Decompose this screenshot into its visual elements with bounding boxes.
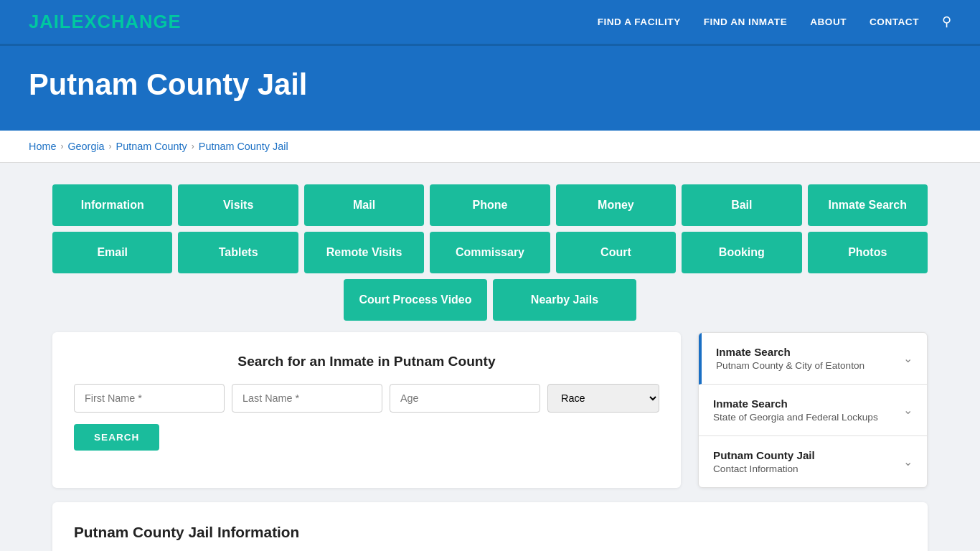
page-title: Putnam County Jail — [29, 67, 951, 102]
breadcrumb-sep-2: › — [109, 141, 112, 151]
logo-jail: JAIL — [29, 11, 71, 32]
nav-links: FIND A FACILITY FIND AN INMATE ABOUT CON… — [598, 14, 951, 29]
btn-inmate-search[interactable]: Inmate Search — [808, 184, 928, 226]
breadcrumb-current: Putnam County Jail — [199, 141, 288, 152]
btn-photos[interactable]: Photos — [808, 232, 928, 273]
hero-section: Putnam County Jail — [0, 46, 980, 131]
btn-visits[interactable]: Visits — [178, 184, 298, 226]
grid-row-1: Information Visits Mail Phone Money Bail… — [52, 184, 928, 226]
sidebar-item-content-2: Putnam County Jail Contact Information — [713, 449, 815, 474]
breadcrumb-sep-3: › — [192, 141, 194, 151]
search-icon[interactable]: ⚲ — [942, 14, 951, 29]
btn-court-process-video[interactable]: Court Process Video — [344, 279, 487, 321]
btn-booking[interactable]: Booking — [682, 232, 801, 273]
btn-phone[interactable]: Phone — [430, 184, 550, 226]
btn-court[interactable]: Court — [556, 232, 676, 273]
sidebar-item-inmate-search-putnam[interactable]: Inmate Search Putnam County & City of Ea… — [699, 333, 927, 385]
sidebar-item-contact-info[interactable]: Putnam County Jail Contact Information ⌄ — [699, 436, 927, 487]
sidebar-item-title-0: Inmate Search — [716, 346, 864, 358]
sidebar-item-content-1: Inmate Search State of Georgia and Feder… — [713, 397, 878, 423]
grid-row-3: Court Process Video Nearby Jails — [52, 279, 928, 321]
btn-email[interactable]: Email — [52, 232, 172, 273]
sidebar-item-inmate-search-georgia[interactable]: Inmate Search State of Georgia and Feder… — [699, 385, 927, 436]
btn-money[interactable]: Money — [556, 184, 676, 226]
breadcrumb-home[interactable]: Home — [29, 141, 56, 152]
search-title: Search for an Inmate in Putnam County — [74, 354, 659, 369]
btn-mail[interactable]: Mail — [304, 184, 424, 226]
chevron-down-icon-1: ⌄ — [903, 403, 913, 417]
race-select[interactable]: Race White Black Hispanic Asian Other — [547, 384, 659, 413]
search-fields: Race White Black Hispanic Asian Other — [74, 384, 659, 413]
lower-section: Search for an Inmate in Putnam County Ra… — [52, 332, 928, 488]
nav-find-facility[interactable]: FIND A FACILITY — [598, 17, 681, 27]
first-name-input[interactable] — [74, 384, 225, 413]
button-grid: Information Visits Mail Phone Money Bail… — [52, 184, 928, 321]
nav-find-inmate[interactable]: FIND AN INMATE — [704, 17, 788, 27]
nav-about[interactable]: ABOUT — [810, 17, 847, 27]
sidebar-item-title-1: Inmate Search — [713, 397, 878, 410]
last-name-input[interactable] — [232, 384, 382, 413]
navbar: JAILEXCHANGE FIND A FACILITY FIND AN INM… — [0, 0, 980, 46]
breadcrumb-georgia[interactable]: Georgia — [67, 141, 104, 152]
sidebar-item-title-2: Putnam County Jail — [713, 449, 815, 461]
sidebar-item-subtitle-0: Putnam County & City of Eatonton — [716, 360, 864, 371]
btn-bail[interactable]: Bail — [682, 184, 801, 226]
search-panel: Search for an Inmate in Putnam County Ra… — [52, 332, 681, 488]
btn-tablets[interactable]: Tablets — [178, 232, 298, 273]
grid-row-2: Email Tablets Remote Visits Commissary C… — [52, 232, 928, 273]
btn-information[interactable]: Information — [52, 184, 172, 226]
breadcrumb: Home › Georgia › Putnam County › Putnam … — [0, 131, 980, 163]
info-section: Putnam County Jail Information — [52, 502, 928, 551]
age-input[interactable] — [390, 384, 540, 413]
sidebar-item-subtitle-1: State of Georgia and Federal Lockups — [713, 412, 878, 423]
site-logo[interactable]: JAILEXCHANGE — [29, 11, 182, 32]
search-button[interactable]: SEARCH — [74, 424, 159, 451]
btn-remote-visits[interactable]: Remote Visits — [304, 232, 424, 273]
main-content: Information Visits Mail Phone Money Bail… — [0, 163, 980, 551]
logo-exchange: EXCHANGE — [71, 11, 181, 32]
btn-nearby-jails[interactable]: Nearby Jails — [493, 279, 636, 321]
sidebar-item-content-0: Inmate Search Putnam County & City of Ea… — [716, 346, 864, 371]
sidebar-item-subtitle-2: Contact Information — [713, 463, 815, 474]
sidebar: Inmate Search Putnam County & City of Ea… — [698, 332, 928, 488]
nav-contact[interactable]: CONTACT — [870, 17, 919, 27]
breadcrumb-putnam-county[interactable]: Putnam County — [116, 141, 187, 152]
chevron-down-icon-2: ⌄ — [903, 455, 913, 468]
info-section-title: Putnam County Jail Information — [74, 524, 906, 541]
chevron-down-icon-0: ⌄ — [903, 352, 913, 365]
breadcrumb-sep-1: › — [60, 141, 63, 151]
btn-commissary[interactable]: Commissary — [430, 232, 550, 273]
